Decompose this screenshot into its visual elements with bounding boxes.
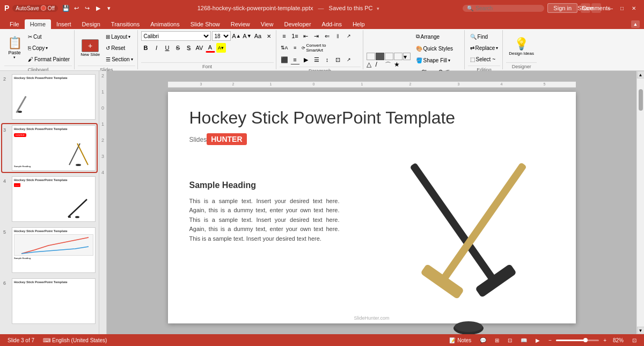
change-case-btn[interactable]: Aa (253, 31, 263, 41)
format-painter-button[interactable]: 🖌 Format Painter (26, 54, 72, 64)
sign-in-button[interactable]: Sign in (547, 3, 577, 13)
increase-font-btn[interactable]: A▲ (232, 31, 241, 41)
global-search-input[interactable] (475, 5, 540, 11)
autosave-toggle[interactable]: AutoSave Off (12, 5, 58, 12)
section-button[interactable]: ☰ Section ▾ (104, 54, 135, 64)
font-size-select[interactable]: 18 (212, 31, 231, 41)
shape-curve[interactable]: ⌒ (385, 61, 393, 68)
clear-format-btn[interactable]: ✕ (264, 31, 274, 41)
columns-btn2[interactable]: ⊡ (333, 55, 343, 64)
font-family-select[interactable]: Calibri (141, 31, 211, 41)
comments-status-btn[interactable]: 💬 (478, 337, 488, 344)
cut-button[interactable]: ✂ Cut (26, 31, 72, 42)
arrange-btn[interactable]: ⧉ Arrange (414, 31, 462, 42)
cols-btn[interactable]: ⫴ (333, 31, 343, 41)
zoom-slider[interactable] (556, 340, 599, 341)
shape-lines[interactable]: / (376, 61, 384, 68)
slide-thumb-6[interactable]: 6 Hockey Stick PowerPoint Template (2, 277, 97, 325)
sample-heading[interactable]: Sample Heading (189, 181, 256, 190)
align-right-btn[interactable]: ▶ (301, 55, 311, 64)
shape-rect[interactable] (367, 53, 375, 60)
scroll-down-btn[interactable]: ▼ (637, 327, 645, 334)
tab-review[interactable]: Review (225, 19, 255, 29)
comments-btn[interactable]: Comments (591, 3, 601, 13)
slide-title[interactable]: Hockey Stick PowerPoint Template (189, 108, 554, 128)
numbering-btn[interactable]: 1≡ (290, 31, 300, 41)
para-dialog-btn2[interactable]: ↗ (344, 55, 354, 64)
tab-animations[interactable]: Animations (145, 19, 185, 29)
tab-file[interactable]: File (4, 19, 25, 29)
decrease-indent-btn[interactable]: ⇤ (301, 31, 311, 41)
bold-btn[interactable]: B (141, 43, 151, 53)
maximize-btn[interactable]: □ (616, 3, 628, 13)
slide-thumb-2[interactable]: 2 Hockey Stick PowerPoint Template (2, 73, 97, 121)
new-slide-button[interactable]: + New Slide (78, 38, 103, 59)
design-ideas-btn[interactable]: 💡 Design Ideas (506, 35, 537, 57)
zoom-level[interactable]: 82% (611, 337, 626, 344)
decrease-font-btn[interactable]: A▼ (243, 31, 252, 41)
reading-view-btn[interactable]: 📖 (518, 337, 529, 344)
sample-body[interactable]: This is a sample text. Insert your desir… (189, 197, 340, 244)
tab-addins[interactable]: Add-ins (317, 19, 347, 29)
tab-home[interactable]: Home (25, 19, 51, 29)
convert-smartart-btn[interactable]: ⟳Convert to SmartArt (301, 43, 333, 53)
more-qa-btn[interactable]: ▾ (104, 3, 114, 13)
shape-r2[interactable] (385, 53, 393, 60)
shape-dark[interactable] (376, 53, 384, 60)
tab-view[interactable]: View (255, 19, 279, 29)
close-btn[interactable]: ✕ (628, 3, 640, 13)
tab-help[interactable]: Help (347, 19, 370, 29)
shadow-btn[interactable]: S (184, 43, 194, 53)
present-qa-btn[interactable]: ▶ (93, 3, 103, 13)
find-btn[interactable]: 🔍 Find (468, 31, 501, 42)
shape-fill-btn[interactable]: 🪣 Shape Fill ▾ (414, 55, 462, 66)
rtl-btn[interactable]: ⇐ (323, 31, 332, 41)
font-color-btn[interactable]: A (206, 43, 215, 53)
zoom-in-btn[interactable]: + (601, 337, 609, 344)
tab-transitions[interactable]: Transitions (106, 19, 145, 29)
scroll-up-btn[interactable]: ▲ (637, 71, 645, 78)
line-spacing-btn[interactable]: ↕ (323, 55, 332, 64)
slide-thumb-3[interactable]: 3 Hockey Stick PowerPoint Template HUNTE… (2, 124, 97, 172)
shape-r3[interactable] (394, 53, 402, 60)
scroll-thumb[interactable] (639, 89, 643, 111)
underline-btn[interactable]: U (163, 43, 172, 53)
layout-button[interactable]: ⊞ Layout ▾ (104, 31, 135, 42)
highlight-btn[interactable]: A▾ (216, 43, 226, 53)
bullets-btn[interactable]: ≡ (280, 31, 289, 41)
text-direction-btn[interactable]: ⇅A (280, 43, 289, 53)
quick-styles-btn[interactable]: 🎨 Quick Styles (414, 43, 462, 54)
redo-qa-btn[interactable]: ↪ (83, 3, 92, 13)
char-spacing-btn[interactable]: AV (195, 43, 204, 53)
slide-thumb-4[interactable]: 4 Hockey Stick PowerPoint Template —— (2, 175, 97, 223)
tab-design[interactable]: Design (77, 19, 106, 29)
undo-qa-btn[interactable]: ↩ (72, 3, 82, 13)
zoom-out-btn[interactable]: − (546, 337, 554, 344)
tab-slideshow[interactable]: Slide Show (185, 19, 225, 29)
shape-star[interactable]: ★ (394, 61, 402, 68)
copy-button[interactable]: ⎘ Copy ▾ (26, 42, 72, 53)
slideshow-btn[interactable]: ▶ (533, 337, 542, 344)
shapes-more-btn[interactable]: ▾ (403, 53, 411, 60)
fit-slide-btn[interactable]: ⊡ (630, 337, 639, 344)
shape-tri[interactable]: △ (367, 61, 375, 68)
select-btn[interactable]: ⬚ Select ~ (468, 54, 501, 64)
align-text-btn[interactable]: ≡ (290, 43, 300, 53)
slide-thumb-5[interactable]: 5 Hockey Stick PowerPoint Template Sampl… (2, 226, 97, 274)
ribbon-collapse-btn[interactable]: ▲ (631, 20, 640, 28)
save-qa-btn[interactable]: 💾 (61, 3, 71, 13)
para-dialog-btn[interactable]: ↗ (344, 31, 354, 41)
tab-developer[interactable]: Developer (279, 19, 316, 29)
reset-button[interactable]: ↺ Reset (104, 42, 135, 53)
increase-indent-btn[interactable]: ⇥ (312, 31, 321, 41)
replace-btn[interactable]: ⇄ Replace ▾ (468, 42, 501, 53)
slide-sorter-btn[interactable]: ⊡ (506, 337, 514, 344)
strikethrough-btn[interactable]: S (173, 43, 183, 53)
paste-button[interactable]: 📋 Paste ▾ (4, 34, 25, 61)
align-left-btn[interactable]: ⬛ (280, 55, 289, 64)
minimize-btn[interactable]: — (604, 3, 616, 13)
language-selector[interactable]: ⌨ English (United States) (43, 337, 107, 343)
align-justify-btn[interactable]: ☰ (312, 55, 321, 64)
notes-btn[interactable]: 📝 Notes (447, 337, 473, 344)
italic-btn[interactable]: I (152, 43, 162, 53)
